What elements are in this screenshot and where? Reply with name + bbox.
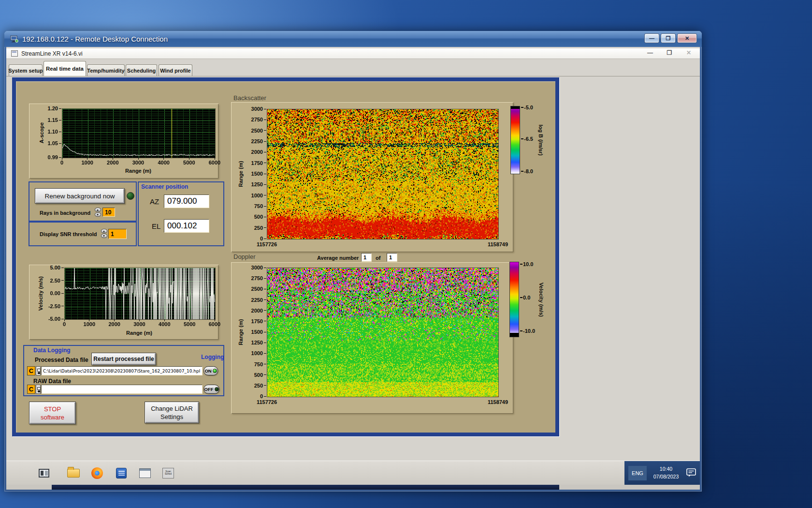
taskbar: ScanSched ENG 10:40 07/08/2023 [6, 461, 700, 485]
raw-browse-icon[interactable] [36, 385, 41, 394]
axis-tick-label [61, 293, 64, 294]
axis-tick-label [62, 158, 62, 160]
taskbar-item-app-window[interactable] [137, 465, 153, 481]
axis-tick-label [189, 319, 190, 321]
logging-label: Logging [201, 354, 224, 360]
rays-in-background-label: Rays in background [40, 210, 90, 216]
snr-spinner[interactable] [101, 229, 107, 238]
axis-tick-label [59, 157, 61, 158]
rdp-maximize-button[interactable]: ❐ [661, 33, 676, 43]
axis-tick-label: 1.10 [37, 129, 58, 134]
change-lidar-settings-button[interactable]: Change LiDAR Settings [145, 402, 199, 423]
axis-tick-label: 250 [242, 383, 263, 388]
language-indicator[interactable]: ENG [628, 466, 647, 480]
app-restore-button[interactable]: ❐ [665, 49, 674, 56]
backscatter-cbar-tick-min: -8.0 [524, 168, 533, 174]
processed-path-field[interactable]: C:\Lidar\Data\Proc\2023\202308\20230807\… [41, 366, 203, 375]
snr-threshold-label: Display SNR threshold [40, 231, 97, 237]
axis-tick-label: 1000 [78, 160, 97, 165]
tab-scheduling[interactable]: Scheduling [126, 64, 157, 76]
app-titlebar[interactable]: StreamLine XR v14-6.vi — ❐ ✕ [6, 48, 700, 59]
processed-toggle-label: ON [204, 368, 211, 374]
stop-software-button[interactable]: STOP software [29, 402, 76, 424]
average-total-field[interactable]: 1 [387, 253, 397, 262]
axis-tick-label: 3000 [130, 321, 149, 327]
axis-tick-label: 1750 [242, 160, 263, 166]
axis-tick-label: 5.00 [39, 265, 60, 270]
axis-tick-label: 250 [242, 225, 263, 231]
axis-tick-label: 1500 [242, 171, 263, 177]
axis-tick-label [264, 268, 266, 268]
taskbar-item-file-explorer[interactable] [66, 465, 81, 481]
app-close-button[interactable]: ✕ [684, 49, 693, 56]
raw-path-field[interactable] [41, 385, 203, 394]
tab-real-time-data[interactable]: Real time data [44, 61, 86, 76]
taskbar-clock[interactable]: 10:40 07/08/2023 [649, 465, 683, 480]
axis-tick-label: 2750 [242, 117, 263, 122]
axis-tick-label: 1000 [80, 321, 99, 327]
velocity-x-axis-label: Range (m) [101, 330, 178, 336]
folder-icon [67, 469, 80, 478]
axis-tick-label: 4000 [155, 321, 174, 327]
app-minimize-button[interactable]: — [646, 49, 654, 56]
axis-tick-label: 3000 [129, 160, 148, 165]
raw-logging-toggle[interactable]: OFF [203, 385, 219, 394]
start-button[interactable] [36, 465, 52, 481]
axis-tick-label [215, 158, 215, 160]
taskbar-item-document-app[interactable] [114, 465, 129, 481]
data-logging-title: Data Logging [33, 347, 71, 354]
axis-tick-label: 0.00 [39, 290, 60, 296]
average-number-field[interactable]: 1 [361, 253, 372, 262]
taskbar-system-tray: ENG 10:40 07/08/2023 [624, 461, 700, 485]
rdp-close-button[interactable]: ✕ [677, 33, 697, 43]
axis-tick-label: 6000 [205, 321, 224, 327]
restart-processed-file-button[interactable]: Restart processed file [91, 353, 156, 365]
app-window-icon [139, 468, 151, 478]
raw-logging-led [215, 387, 219, 391]
processed-drive-button[interactable]: C [27, 366, 35, 375]
axis-tick-label: 1000 [242, 193, 263, 198]
axis-tick-label [59, 120, 61, 120]
start-menu-icon [39, 469, 49, 478]
tab-system-setup[interactable]: System setup [9, 64, 43, 76]
snr-value-field[interactable]: 1 [108, 229, 127, 239]
axis-tick-label [264, 343, 266, 343]
taskbar-item-firefox[interactable] [89, 465, 105, 481]
rdp-titlebar[interactable]: 192.168.0.122 - Remote Desktop Connectio… [4, 31, 702, 47]
backscatter-title: Backscatter [233, 94, 266, 102]
desktop-background: 192.168.0.122 - Remote Desktop Connectio… [0, 0, 812, 508]
az-value-field[interactable]: 079.000 [164, 194, 209, 208]
tab-wind-profile[interactable]: Wind profile [159, 64, 192, 76]
axis-tick-label [61, 306, 64, 306]
processed-logging-toggle[interactable]: ON [203, 366, 218, 375]
axis-tick-label [61, 280, 64, 281]
renew-background-button[interactable]: Renew background now [35, 188, 125, 204]
backscatter-cbar-tick-max: -5.0 [524, 105, 533, 110]
rdp-minimize-button[interactable]: — [644, 33, 659, 43]
axis-tick-label: 2.50 [39, 278, 60, 284]
axis-tick-label: 5000 [179, 160, 199, 165]
rays-spinner[interactable] [95, 208, 101, 217]
doppler-heatmap-canvas [267, 268, 499, 397]
tab-temp-humidity[interactable]: Temp/humidity [87, 64, 125, 76]
axis-tick-label [264, 396, 266, 397]
el-value-field[interactable]: 000.102 [164, 219, 209, 233]
axis-tick-label: 1.20 [37, 105, 58, 111]
firefox-icon [91, 467, 103, 479]
scan-scheduler-icon: ScanSched [162, 468, 174, 478]
velocity-graph: Velocity (m/s) Range (m) 5.002.500.00-2.… [29, 265, 218, 340]
labview-vi-icon [11, 50, 18, 57]
rdp-window: 192.168.0.122 - Remote Desktop Connectio… [4, 31, 702, 492]
axis-tick-label: 1158749 [478, 241, 517, 247]
taskbar-item-scan-scheduler[interactable]: ScanSched [160, 465, 176, 481]
axis-tick-label [264, 321, 266, 321]
raw-drive-button[interactable]: C [27, 385, 35, 394]
notification-icon[interactable] [686, 468, 696, 477]
axis-tick-label: 1158749 [478, 399, 517, 405]
processed-browse-icon[interactable] [36, 366, 41, 375]
axis-tick-label [264, 278, 266, 279]
axis-tick-label: 0 [242, 236, 263, 241]
rays-value-field[interactable]: 10 [102, 208, 115, 217]
axis-tick-label: 0 [242, 393, 263, 399]
rdp-computer-icon [10, 35, 18, 43]
